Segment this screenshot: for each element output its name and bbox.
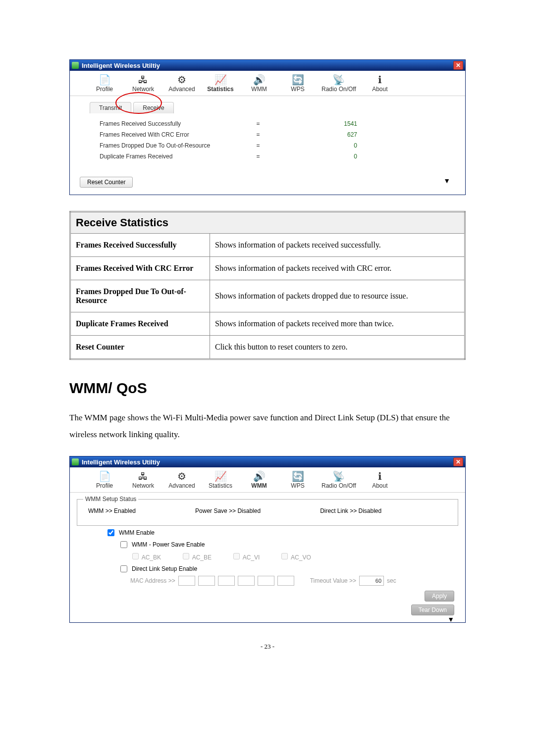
- ac-vo: AC_VO: [279, 552, 311, 561]
- tab-statistics[interactable]: 📈Statistics: [206, 470, 235, 489]
- mac-field-6: [277, 576, 294, 586]
- close-icon[interactable]: ✕: [453, 61, 463, 70]
- mac-field-5: [258, 576, 274, 586]
- tab-advanced[interactable]: ⚙Advanced: [167, 470, 197, 489]
- mac-row: MAC Address >> Timeout Value >> 60 sec: [130, 576, 459, 586]
- apply-button[interactable]: Apply: [425, 591, 454, 602]
- wmm-enable-row: WMM Enable: [106, 528, 459, 538]
- table-row: Frames Received With CRC ErrorShows info…: [70, 257, 465, 280]
- close-icon[interactable]: ✕: [453, 457, 463, 466]
- titlebar: Intelligent Wireless Utiltiy ✕: [70, 456, 465, 467]
- table-row: Reset CounterClick this button to reset …: [70, 336, 465, 359]
- receive-statistics-table: Receive Statistics Frames Received Succe…: [69, 211, 466, 360]
- tab-wmm[interactable]: 🔊WMM: [244, 470, 274, 489]
- subtab-receive[interactable]: Receive: [133, 102, 173, 113]
- chevron-down-icon[interactable]: ▼: [443, 177, 450, 185]
- main-toolbar: 📄Profile 🖧Network ⚙Advanced 📈Statistics …: [70, 467, 465, 493]
- app-icon: [72, 458, 79, 465]
- network-icon: 🖧: [137, 74, 149, 86]
- chart-icon: 📈: [214, 470, 226, 482]
- mac-field-4: [238, 576, 255, 586]
- profile-icon: 📄: [99, 74, 110, 86]
- mac-field-3: [218, 576, 235, 586]
- app-icon: [72, 62, 79, 69]
- status-wmm: WMM >> Enabled: [88, 507, 136, 514]
- tab-about[interactable]: ℹAbout: [365, 74, 395, 93]
- dls-enable-row: Direct Link Setup Enable: [118, 564, 459, 574]
- fieldset-legend: WMM Setup Status: [83, 496, 138, 503]
- status-powersave: Power Save >> Disabled: [195, 507, 261, 514]
- stats-subtabs: Transmit Receive: [90, 102, 455, 113]
- tab-advanced[interactable]: ⚙Advanced: [167, 74, 197, 93]
- antenna-icon: 📡: [333, 74, 345, 86]
- ac-bk: AC_BK: [130, 552, 161, 561]
- tab-radio[interactable]: 📡Radio On/Off: [321, 74, 356, 93]
- refresh-icon: 🔄: [292, 470, 304, 482]
- tab-about[interactable]: ℹAbout: [365, 470, 395, 489]
- stat-row: Frames Dropped Due To Out-of-Resource=0: [80, 140, 455, 151]
- refresh-icon: 🔄: [292, 74, 304, 86]
- info-icon: ℹ: [374, 470, 386, 482]
- wmm-window: Intelligent Wireless Utiltiy ✕ 📄Profile …: [69, 456, 466, 623]
- table-heading: Receive Statistics: [70, 212, 465, 234]
- tab-profile[interactable]: 📄Profile: [90, 470, 119, 489]
- stat-row: Duplicate Frames Received=0: [80, 151, 455, 162]
- main-toolbar: 📄Profile 🖧Network ⚙Advanced 📈Statistics …: [70, 71, 465, 96]
- window-title: Intelligent Wireless Utiltiy: [82, 62, 160, 69]
- stat-row: Frames Received Successfully=1541: [80, 118, 455, 129]
- ac-row: AC_BK AC_BE AC_VI AC_VO: [130, 552, 459, 561]
- stat-row: Frames Received With CRC Error=627: [80, 129, 455, 140]
- section-body: The WMM page shows the Wi-Fi Multi-Media…: [69, 409, 466, 443]
- tab-wmm[interactable]: 🔊WMM: [244, 74, 274, 93]
- stats-window: Intelligent Wireless Utiltiy ✕ 📄Profile …: [69, 59, 466, 195]
- titlebar: Intelligent Wireless Utiltiy ✕: [70, 60, 465, 71]
- subtab-transmit[interactable]: Transmit: [90, 102, 131, 113]
- table-row: Frames Received SuccessfullyShows inform…: [70, 234, 465, 257]
- wmm-status-row: WMM >> Enabled Power Save >> Disabled Di…: [83, 505, 452, 519]
- wmm-enable-label: WMM Enable: [119, 529, 155, 536]
- wmm-enable-checkbox[interactable]: [107, 529, 114, 536]
- ac-vi-checkbox: [233, 553, 240, 559]
- table-row: Duplicate Frames ReceivedShows informati…: [70, 312, 465, 336]
- tab-wps[interactable]: 🔄WPS: [283, 470, 313, 489]
- table-row: Frames Dropped Due To Out-of-ResourceSho…: [70, 280, 465, 312]
- qos-icon: 🔊: [253, 470, 265, 482]
- timeout-unit: sec: [387, 577, 396, 584]
- tab-profile[interactable]: 📄Profile: [90, 74, 119, 93]
- tab-radio[interactable]: 📡Radio On/Off: [321, 470, 356, 489]
- tab-network[interactable]: 🖧Network: [128, 470, 158, 489]
- powersave-enable-checkbox[interactable]: [120, 541, 127, 548]
- status-directlink: Direct Link >> Disabled: [320, 507, 381, 514]
- ac-bk-checkbox: [132, 553, 139, 559]
- tab-wps[interactable]: 🔄WPS: [283, 74, 313, 93]
- ac-be: AC_BE: [181, 552, 212, 561]
- chevron-down-icon[interactable]: ▼: [447, 615, 454, 623]
- mac-field-1: [178, 576, 195, 586]
- ac-be-checkbox: [183, 553, 189, 559]
- ac-vi: AC_VI: [231, 552, 260, 561]
- reset-counter-button[interactable]: Reset Counter: [80, 177, 133, 188]
- qos-icon: 🔊: [253, 74, 265, 86]
- info-icon: ℹ: [374, 74, 386, 86]
- profile-icon: 📄: [99, 470, 110, 482]
- tab-statistics[interactable]: 📈Statistics: [206, 74, 235, 93]
- gear-icon: ⚙: [176, 74, 188, 86]
- chart-icon: 📈: [214, 74, 226, 86]
- ac-vo-checkbox: [281, 553, 288, 559]
- section-heading: WMM/ QoS: [69, 380, 466, 397]
- dls-enable-checkbox[interactable]: [120, 565, 127, 572]
- mac-field-2: [198, 576, 215, 586]
- wmm-setup-fieldset: WMM Setup Status WMM >> Enabled Power Sa…: [77, 496, 458, 526]
- mac-label: MAC Address >>: [130, 577, 175, 584]
- powersave-enable-label: WMM - Power Save Enable: [132, 541, 205, 548]
- tab-network[interactable]: 🖧Network: [128, 74, 158, 93]
- gear-icon: ⚙: [176, 470, 188, 482]
- teardown-button[interactable]: Tear Down: [411, 605, 454, 615]
- window-title: Intelligent Wireless Utiltiy: [82, 458, 160, 466]
- page-number: - 23 -: [69, 643, 466, 651]
- antenna-icon: 📡: [333, 470, 345, 482]
- timeout-label: Timeout Value >>: [310, 577, 356, 584]
- powersave-enable-row: WMM - Power Save Enable: [118, 540, 459, 550]
- network-icon: 🖧: [137, 470, 149, 482]
- dls-enable-label: Direct Link Setup Enable: [132, 565, 197, 572]
